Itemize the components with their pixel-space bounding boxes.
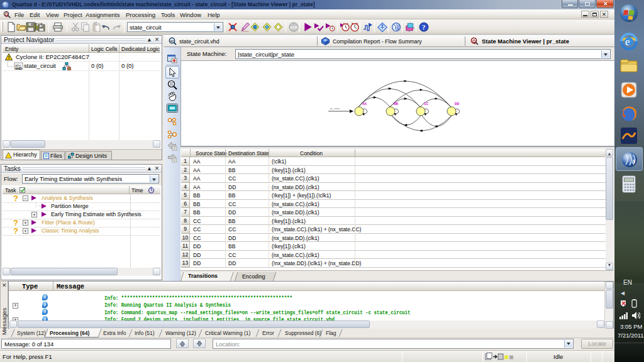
svg-text:STP: STP	[291, 26, 298, 30]
svg-text:VHD: VHD	[15, 67, 22, 70]
svg-text:e: e	[625, 36, 630, 48]
svg-text:?: ?	[422, 23, 426, 31]
svg-text:Q: Q	[5, 12, 8, 17]
svg-text:II: II	[632, 158, 636, 165]
svg-text:pr_state: pr_state	[330, 107, 340, 110]
svg-text:ab: ab	[170, 39, 174, 43]
svg-text:!: !	[8, 55, 10, 60]
svg-text:CC: CC	[424, 102, 429, 106]
svg-text:AA: AA	[362, 102, 367, 106]
svg-text:DD: DD	[455, 102, 460, 106]
svg-text:BB: BB	[394, 102, 399, 106]
